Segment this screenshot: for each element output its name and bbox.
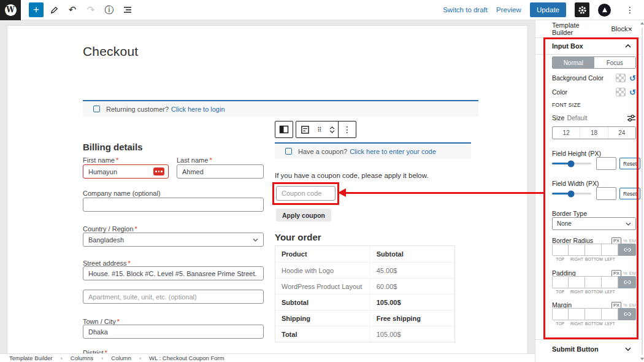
- border-radius-right-input[interactable]: [569, 244, 585, 256]
- field-height-slider[interactable]: [552, 163, 591, 164]
- unit-px[interactable]: PX: [611, 270, 621, 277]
- background-color-label: Background Color: [552, 74, 604, 82]
- padding-top-input[interactable]: [552, 276, 569, 288]
- breadcrumb-separator: ›: [101, 355, 103, 361]
- close-icon: ×: [627, 25, 632, 34]
- border-radius-top-input[interactable]: [552, 244, 569, 256]
- close-sidebar-button[interactable]: ×: [627, 25, 632, 34]
- margin-right-input[interactable]: [569, 308, 585, 320]
- extension-badge-icon[interactable]: [153, 168, 164, 175]
- sliders-settings-icon[interactable]: [627, 114, 636, 122]
- scroll-down-icon[interactable]: [640, 358, 644, 360]
- focus-state-tab[interactable]: Focus: [594, 57, 636, 68]
- tab-template-builder[interactable]: Template Builder: [552, 21, 591, 36]
- breadcrumb-columns[interactable]: Columns: [71, 355, 94, 361]
- country-select[interactable]: Bangladesh: [83, 233, 264, 247]
- padding-right-input[interactable]: [569, 276, 585, 288]
- tools-pencil-button[interactable]: [46, 2, 62, 18]
- breadcrumb-current-block[interactable]: WL : Checkout Coupon Form: [149, 355, 224, 361]
- field-height-input[interactable]: [596, 157, 616, 170]
- chevron-down-icon: [626, 222, 631, 226]
- details-button[interactable]: ⓘ: [101, 2, 117, 18]
- link-values-button[interactable]: [618, 244, 636, 256]
- company-name-input[interactable]: [83, 198, 264, 212]
- size-row: Size Default: [552, 113, 636, 123]
- transparent-color-swatch[interactable]: [616, 74, 626, 82]
- apartment-input[interactable]: [83, 290, 264, 304]
- slider-thumb[interactable]: [567, 190, 574, 197]
- border-radius-bottom-input[interactable]: [585, 244, 602, 256]
- side-labels: TOPRIGHTBOTTOMLEFT: [552, 257, 618, 261]
- sidebar-scrollbar[interactable]: [640, 20, 644, 362]
- preview-link[interactable]: Preview: [496, 6, 521, 13]
- transparent-color-swatch[interactable]: [616, 88, 626, 96]
- link-values-button[interactable]: [618, 308, 636, 320]
- font-size-24-button[interactable]: 24: [608, 127, 635, 139]
- unit-px[interactable]: PX: [611, 302, 621, 309]
- unit-percent[interactable]: %: [623, 302, 627, 308]
- redo-button[interactable]: ↷: [83, 2, 99, 18]
- scroll-up-icon[interactable]: [640, 22, 644, 25]
- topbar-right: Switch to draft Preview Update ⋮: [443, 2, 644, 18]
- unit-percent[interactable]: %: [623, 271, 627, 276]
- padding-left-input[interactable]: [602, 276, 618, 288]
- options-menu-button[interactable]: ⋮: [622, 2, 638, 18]
- field-width-slider[interactable]: [552, 193, 591, 194]
- field-width-reset-button[interactable]: Reset: [619, 188, 640, 199]
- town-city-input[interactable]: [83, 325, 264, 339]
- last-name-input[interactable]: [177, 164, 264, 179]
- block-type-button[interactable]: [296, 121, 313, 137]
- reset-color-icon[interactable]: ↺: [629, 74, 636, 82]
- unit-em[interactable]: EM: [629, 238, 636, 244]
- field-height-reset-button[interactable]: Reset: [619, 158, 640, 169]
- padding-bottom-input[interactable]: [585, 276, 602, 288]
- field-width-input[interactable]: [596, 187, 616, 200]
- side-labels: TOPRIGHTBOTTOMLEFT: [552, 290, 618, 294]
- border-radius-left-input[interactable]: [602, 244, 618, 256]
- tab-block[interactable]: Block: [611, 25, 628, 33]
- list-view-button[interactable]: [120, 2, 136, 18]
- margin-top-input[interactable]: [552, 308, 569, 320]
- unit-em[interactable]: EM: [629, 271, 636, 276]
- slider-thumb[interactable]: [567, 160, 574, 167]
- settings-gear-button[interactable]: [575, 2, 589, 17]
- undo-button[interactable]: ↶: [64, 2, 80, 18]
- margin-bottom-input[interactable]: [585, 308, 602, 320]
- wordpress-logo[interactable]: W: [0, 0, 21, 20]
- normal-state-tab[interactable]: Normal: [553, 57, 594, 68]
- table-row: WordPress Product Layout 60.00$: [275, 278, 454, 294]
- breadcrumb-column[interactable]: Column: [111, 355, 131, 361]
- block-mover[interactable]: [326, 121, 338, 137]
- switch-to-draft-link[interactable]: Switch to draft: [443, 6, 488, 13]
- input-box-panel-header[interactable]: Input Box: [535, 38, 641, 55]
- enter-code-link[interactable]: Click here to enter your code: [350, 148, 436, 155]
- company-name-label: Company name (optional): [83, 190, 161, 197]
- submit-button-panel-header[interactable]: Submit Button: [535, 339, 641, 362]
- move-up-down-icon: [329, 126, 335, 133]
- unit-em[interactable]: EM: [629, 302, 636, 308]
- link-values-button[interactable]: [618, 276, 636, 288]
- reset-color-icon[interactable]: ↺: [629, 88, 636, 96]
- state-toggle: Normal Focus: [552, 56, 636, 69]
- first-name-label: First name*: [83, 156, 118, 164]
- breadcrumb-template-builder[interactable]: Template Builder: [9, 355, 53, 361]
- coupon-code-input[interactable]: [276, 186, 335, 201]
- update-button[interactable]: Update: [530, 2, 566, 17]
- drag-handle[interactable]: ⠿: [313, 121, 326, 137]
- margin-left-input[interactable]: [602, 308, 618, 320]
- unit-px[interactable]: PX: [611, 237, 621, 244]
- select-parent-block-button[interactable]: [275, 121, 293, 137]
- block-controls-group: ⠿ ⋮: [296, 121, 356, 138]
- unit-percent[interactable]: %: [623, 238, 627, 244]
- size-label: Size: [552, 114, 564, 121]
- street-address-input[interactable]: [83, 266, 264, 280]
- block-options-button[interactable]: ⋮: [339, 121, 356, 137]
- background-color-row: Background Color ↺: [552, 73, 636, 83]
- block-inserter-button[interactable]: +: [29, 2, 44, 17]
- font-size-12-button[interactable]: 12: [553, 127, 580, 139]
- apply-coupon-button[interactable]: Apply coupon: [276, 209, 331, 221]
- plugin-logo-button[interactable]: [598, 4, 611, 17]
- login-link[interactable]: Click here to login: [171, 106, 224, 113]
- border-type-select[interactable]: None: [552, 217, 636, 230]
- font-size-18-button[interactable]: 18: [580, 127, 607, 139]
